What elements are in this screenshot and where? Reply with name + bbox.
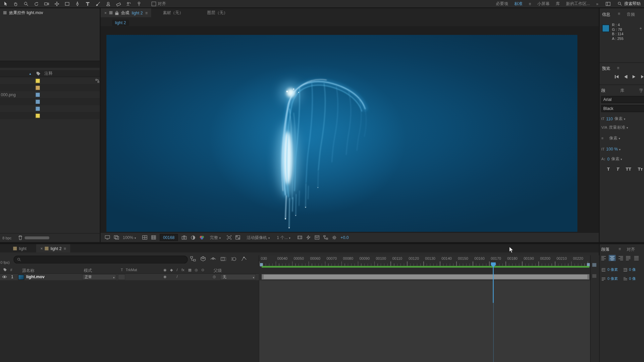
- channel-monitor-icon[interactable]: [114, 235, 119, 240]
- align-center-button[interactable]: [609, 255, 616, 261]
- font-size-value[interactable]: 110: [606, 116, 613, 121]
- label-chip-blue[interactable]: [35, 106, 40, 111]
- layer-row[interactable]: 1 light.mov 正常 ◉ / ◎ 无: [0, 274, 259, 281]
- layers-tab[interactable]: 图层（无）: [207, 10, 228, 15]
- align-right-button[interactable]: [617, 255, 624, 261]
- exposure-value[interactable]: +0.0: [340, 235, 348, 240]
- effect-controls-tab[interactable]: 效果控件 light.mov: [9, 10, 43, 15]
- small-caps-button[interactable]: Tт: [638, 167, 643, 172]
- comp-marker-icon[interactable]: [592, 263, 596, 267]
- kerning-value[interactable]: 度量标准: [609, 125, 628, 130]
- trkmat-dropdown[interactable]: [118, 274, 125, 280]
- previous-frame-button[interactable]: [623, 75, 628, 79]
- threed-switch-icon[interactable]: ⊙: [201, 268, 204, 272]
- font-family-select[interactable]: Arial: [601, 96, 644, 103]
- eraser-tool-icon[interactable]: [115, 0, 122, 7]
- selection-tool-icon[interactable]: [2, 0, 9, 7]
- snapshot-camera-icon[interactable]: [181, 235, 187, 240]
- label-chip-yellow[interactable]: [35, 78, 40, 83]
- comp-flowchart-icon[interactable]: [190, 256, 196, 261]
- info-menu-icon[interactable]: ≡: [618, 11, 620, 16]
- roi-icon[interactable]: [227, 235, 232, 240]
- next-frame-button[interactable]: [640, 75, 644, 79]
- channels-icon[interactable]: [199, 235, 205, 240]
- pixel-aspect-icon[interactable]: [298, 235, 303, 240]
- audio-tab[interactable]: 音频: [627, 11, 635, 17]
- all-caps-button[interactable]: TT: [626, 167, 631, 172]
- search-help-label[interactable]: 搜索帮助: [624, 1, 641, 6]
- quality-switch-icon[interactable]: /: [177, 268, 178, 272]
- close-tab-icon[interactable]: ×: [104, 10, 107, 15]
- workspace-tab-new[interactable]: 新的工作区...: [566, 1, 590, 6]
- exposure-gear-icon[interactable]: [332, 235, 337, 240]
- lock-icon[interactable]: [115, 10, 119, 15]
- workspace-menu-icon[interactable]: ≡: [529, 1, 531, 6]
- align-left-button[interactable]: [600, 255, 607, 261]
- timeline-search-input[interactable]: [13, 256, 187, 263]
- timeline-button-icon[interactable]: [315, 235, 320, 240]
- label-column-icon[interactable]: [36, 71, 41, 75]
- horizontal-scrollbar[interactable]: [24, 236, 49, 239]
- shy-switch-icon[interactable]: ◉: [163, 268, 167, 272]
- graph-editor-icon[interactable]: [241, 256, 247, 261]
- first-frame-button[interactable]: [614, 75, 619, 79]
- list-item[interactable]: [0, 112, 100, 119]
- clone-stamp-tool-icon[interactable]: [105, 0, 111, 7]
- layer-name[interactable]: light.mov: [26, 275, 44, 279]
- magnification-monitor-icon[interactable]: [105, 235, 110, 240]
- list-item[interactable]: [0, 77, 100, 84]
- faux-italic-button[interactable]: T: [616, 167, 619, 172]
- trash-icon[interactable]: [18, 235, 22, 240]
- paragraph-menu-icon[interactable]: ≡: [619, 247, 621, 251]
- trkmat-column-header[interactable]: TrkMat: [126, 268, 137, 272]
- pan-behind-tool-icon[interactable]: [53, 0, 60, 7]
- timeline-tab-light2[interactable]: × light 2 ≡: [36, 244, 70, 252]
- list-item[interactable]: [0, 105, 100, 112]
- comments-column-header[interactable]: 注释: [44, 71, 52, 76]
- puppet-pin-tool-icon[interactable]: [136, 0, 142, 7]
- preview-menu-icon[interactable]: ≡: [617, 66, 619, 70]
- libraries-mini-tab[interactable]: 库: [620, 88, 624, 94]
- info-tab[interactable]: 信息: [602, 11, 610, 17]
- indent-right-value[interactable]: 0 像: [629, 267, 636, 273]
- paragraph-mini-tab[interactable]: 段: [601, 88, 605, 94]
- blend-mode-dropdown[interactable]: 正常: [82, 274, 116, 280]
- shape-tool-icon[interactable]: [64, 0, 70, 7]
- font-style-select[interactable]: Black: [601, 105, 644, 112]
- play-button[interactable]: [632, 75, 636, 79]
- parent-column-header[interactable]: 父级: [214, 267, 222, 273]
- faux-bold-button[interactable]: T: [607, 167, 610, 172]
- index-column-header[interactable]: #: [10, 268, 12, 272]
- trkmat-t-header[interactable]: T: [121, 268, 123, 272]
- active-camera-dropdown[interactable]: 活动摄像机: [247, 235, 270, 240]
- view-layout-dropdown[interactable]: 1 个...: [277, 235, 290, 240]
- playhead-line[interactable]: [493, 266, 493, 303]
- panel-menu-icon[interactable]: ≡: [64, 246, 66, 250]
- time-ruler[interactable]: 030 00040 00050 00060 00070 00080 00090 …: [259, 255, 590, 266]
- close-tab-icon[interactable]: ×: [40, 246, 43, 250]
- frame-blend-icon[interactable]: [221, 256, 226, 261]
- layer-shy-switch[interactable]: ◉: [163, 275, 167, 279]
- parent-dropdown[interactable]: 无: [220, 274, 256, 280]
- transparency-grid-icon[interactable]: [235, 235, 240, 240]
- label-chip-blue[interactable]: [35, 99, 40, 104]
- layer-quality-switch[interactable]: /: [177, 275, 178, 279]
- motion-blur-switch-icon[interactable]: ◎: [195, 268, 198, 272]
- align-checkbox-icon[interactable]: [152, 1, 156, 6]
- baseline-shift-value[interactable]: 0: [607, 157, 609, 161]
- roto-brush-tool-icon[interactable]: [125, 0, 132, 7]
- brush-tool-icon[interactable]: [95, 0, 101, 7]
- motion-blur-icon[interactable]: [231, 256, 236, 261]
- label-column-icon[interactable]: [3, 268, 7, 272]
- show-snapshot-icon[interactable]: [191, 235, 196, 240]
- timeline-track-area[interactable]: [259, 280, 590, 362]
- shy-layers-icon[interactable]: [210, 256, 216, 261]
- indent-left-value[interactable]: 0 像素: [607, 267, 618, 273]
- preview-tab[interactable]: 预览: [602, 66, 610, 71]
- frame-blend-switch-icon[interactable]: ▦: [188, 268, 192, 272]
- workspace-tab-libraries[interactable]: 库: [556, 1, 560, 6]
- rotation-tool-icon[interactable]: [33, 0, 40, 7]
- mode-column-header[interactable]: 模式: [84, 267, 92, 273]
- space-before-value[interactable]: 0 像素: [607, 276, 618, 282]
- list-item[interactable]: [0, 98, 100, 105]
